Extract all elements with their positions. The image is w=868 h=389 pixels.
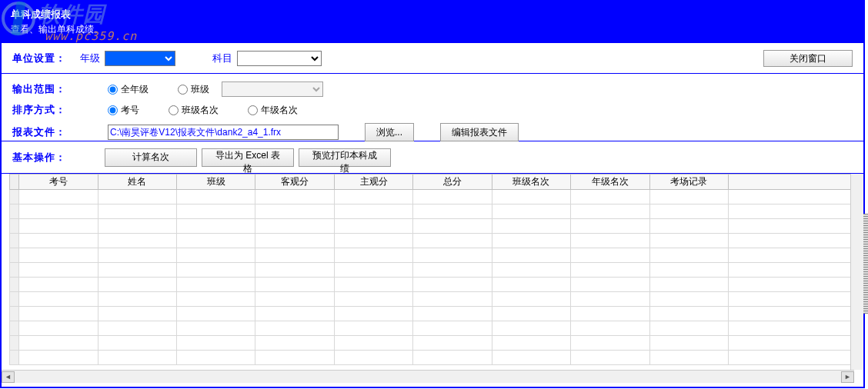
col-header[interactable]: 姓名 — [98, 175, 176, 190]
sort-graderank-radio[interactable]: 年级名次 — [248, 104, 298, 117]
basic-ops-panel: 基本操作： 计算名次 导出为 Excel 表格 预览打印本科成绩 — [2, 141, 863, 174]
scope-all-radio[interactable]: 全年级 — [108, 83, 149, 96]
table-row[interactable] — [10, 292, 853, 307]
report-file-input[interactable] — [108, 125, 339, 140]
class-select[interactable] — [222, 81, 323, 97]
preview-print-button[interactable]: 预览打印本科成绩 — [299, 148, 391, 167]
subject-select[interactable] — [237, 51, 322, 66]
sort-examno-radio[interactable]: 考号 — [108, 104, 139, 117]
table-row[interactable] — [10, 234, 853, 248]
table-row[interactable] — [10, 263, 853, 278]
col-header[interactable]: 客观分 — [255, 175, 334, 190]
horizontal-scrollbar[interactable]: ◄ ► — [2, 370, 854, 383]
calc-rank-button[interactable]: 计算名次 — [105, 148, 197, 167]
scroll-right-icon[interactable]: ► — [841, 371, 854, 383]
output-range-panel: 输出范围： 全年级 班级 排序方式： 考号 班级名次 — [2, 74, 863, 141]
main-window: 单科成绩报表 查看、输出单科成绩。 单位设置： 年级 科目 关闭窗口 输出范围：… — [0, 0, 865, 388]
table-row[interactable] — [10, 204, 853, 219]
browse-button[interactable]: 浏览... — [365, 123, 414, 141]
col-header[interactable]: 考场记录 — [649, 175, 728, 190]
results-table[interactable]: 考号姓名班级客观分主观分总分班级名次年级名次考场记录 — [9, 174, 853, 365]
table-row[interactable] — [10, 190, 853, 204]
unit-settings-label: 单位设置： — [12, 52, 75, 65]
table-row[interactable] — [10, 336, 853, 351]
subject-label: 科目 — [212, 52, 232, 65]
basic-ops-label: 基本操作： — [12, 151, 75, 165]
close-window-button[interactable]: 关闭窗口 — [763, 50, 853, 67]
col-header[interactable]: 考号 — [19, 175, 98, 190]
col-header[interactable] — [729, 175, 853, 190]
grade-label: 年级 — [80, 52, 100, 65]
col-header[interactable]: 年级名次 — [571, 175, 649, 190]
results-table-area: 考号姓名班级客观分主观分总分班级名次年级名次考场记录 ◄ ► — [2, 174, 863, 383]
table-row[interactable] — [10, 321, 853, 336]
edit-report-button[interactable]: 编辑报表文件 — [440, 123, 519, 141]
sort-classrank-radio[interactable]: 班级名次 — [169, 104, 219, 117]
col-header[interactable] — [10, 175, 19, 190]
table-row[interactable] — [10, 219, 853, 234]
col-header[interactable]: 总分 — [413, 175, 492, 190]
table-row[interactable] — [10, 307, 853, 321]
grade-select[interactable] — [105, 51, 175, 66]
scroll-left-icon[interactable]: ◄ — [2, 371, 15, 383]
sort-label: 排序方式： — [12, 103, 75, 117]
side-handle[interactable] — [863, 214, 868, 314]
table-row[interactable] — [10, 351, 853, 365]
window-title: 单科成绩报表 — [11, 8, 854, 22]
table-row[interactable] — [10, 278, 853, 292]
window-subtitle: 查看、输出单科成绩。 — [11, 23, 854, 36]
vertical-scrollbar[interactable] — [850, 174, 863, 370]
report-file-label: 报表文件： — [12, 125, 75, 139]
unit-settings-panel: 单位设置： 年级 科目 关闭窗口 — [2, 43, 863, 74]
col-header[interactable]: 班级名次 — [492, 175, 570, 190]
watermark-url: www.pc359.cn — [45, 29, 137, 43]
scope-class-radio[interactable]: 班级 — [178, 83, 209, 96]
output-scope-label: 输出范围： — [12, 82, 75, 96]
table-row[interactable] — [10, 248, 853, 263]
export-excel-button[interactable]: 导出为 Excel 表格 — [202, 148, 294, 167]
col-header[interactable]: 主观分 — [334, 175, 412, 190]
col-header[interactable]: 班级 — [176, 175, 255, 190]
